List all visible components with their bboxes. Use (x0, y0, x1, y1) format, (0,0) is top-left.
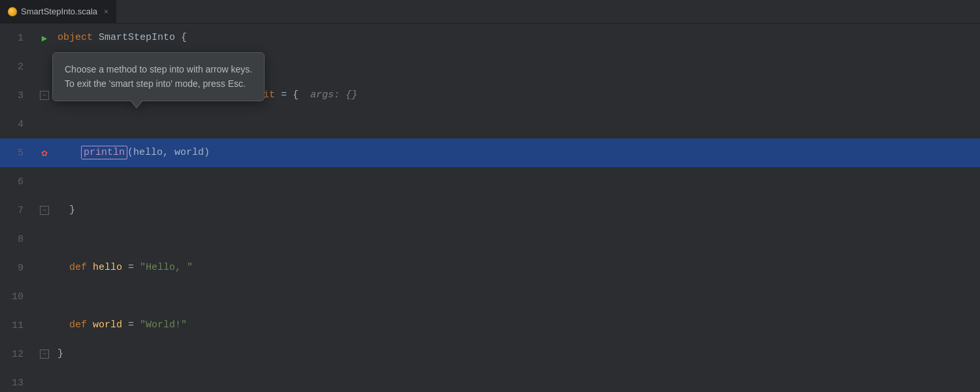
breakpoint-icon[interactable]: ✿ (41, 146, 48, 159)
line-number: 4 (0, 119, 31, 130)
code-token: object (57, 32, 99, 43)
file-tab[interactable]: SmartStepInto.scala × (0, 0, 117, 24)
code-line: 6 (0, 167, 980, 196)
line-content: println(hello, world) (57, 139, 210, 167)
line-content: } (57, 196, 75, 225)
code-token: ( (127, 147, 133, 158)
fold-icon[interactable]: – (40, 91, 49, 100)
line-number: 1 (0, 33, 31, 44)
code-token (57, 147, 81, 158)
code-token: hello (133, 147, 163, 158)
code-token: = (122, 319, 140, 331)
code-line: 13 (0, 368, 980, 392)
line-number: 11 (0, 320, 31, 331)
fold-icon[interactable]: – (40, 350, 49, 359)
code-line: 12–} (0, 340, 980, 368)
fold-gutter: – (31, 206, 57, 215)
line-number: 6 (0, 176, 31, 188)
scala-file-icon (8, 7, 17, 16)
run-gutter: ▶ (31, 33, 57, 44)
line-number: 8 (0, 234, 31, 245)
breakpoint-gutter: ✿ (31, 146, 57, 159)
line-content: def world = "World!" (57, 311, 187, 340)
code-token: def (69, 262, 93, 273)
code-line: 1▶object SmartStepInto { (0, 24, 980, 52)
tab-close-button[interactable]: × (104, 7, 108, 16)
line-number: 10 (0, 291, 31, 302)
code-area: Choose a method to step into with arrow … (0, 24, 980, 392)
code-token: { (175, 32, 187, 43)
code-token: "Hello, " (140, 262, 193, 273)
fold-gutter: – (31, 350, 57, 359)
line-content: def hello = "Hello, " (57, 253, 193, 282)
line-number: 3 (0, 90, 31, 101)
line-number: 12 (0, 349, 31, 360)
line-number: 2 (0, 61, 31, 73)
code-token: , (163, 147, 174, 158)
line-number: 13 (0, 378, 31, 389)
fold-icon[interactable]: – (40, 206, 49, 215)
line-number: 5 (0, 148, 31, 159)
code-token: world (93, 319, 122, 331)
line-number: 7 (0, 205, 31, 216)
code-token: "World!" (140, 319, 187, 331)
code-token: } (57, 348, 63, 359)
code-line: 5✿ println(hello, world) (0, 139, 980, 167)
code-token: = { (275, 90, 310, 101)
code-line: 9 def hello = "Hello, " (0, 253, 980, 282)
code-line: 7– } (0, 196, 980, 225)
code-line: 8 (0, 225, 980, 253)
code-token (57, 262, 69, 273)
code-token: } (57, 204, 75, 216)
tooltip-line2: To exit the 'smart step into' mode, pres… (65, 76, 252, 91)
code-token: println (81, 146, 127, 159)
editor-area: Choose a method to step into with arrow … (0, 24, 980, 392)
smart-step-tooltip: Choose a method to step into with arrow … (52, 52, 265, 101)
line-content: object SmartStepInto { (57, 24, 187, 52)
code-token: world (174, 147, 204, 158)
tab-bar: SmartStepInto.scala × (0, 0, 980, 24)
code-line: 10 (0, 282, 980, 311)
code-token: args: {} (310, 90, 357, 101)
code-token: SmartStepInto (99, 32, 175, 43)
line-content: } (57, 340, 63, 368)
code-token (57, 319, 69, 331)
code-line: 4 (0, 110, 980, 139)
code-token: = (122, 262, 140, 273)
code-token: hello (93, 262, 122, 273)
tooltip-line1: Choose a method to step into with arrow … (65, 62, 252, 76)
line-number: 9 (0, 263, 31, 274)
code-token: ) (204, 147, 210, 158)
code-line: 11 def world = "World!" (0, 311, 980, 340)
tab-label: SmartStepInto.scala (21, 7, 97, 16)
code-token: def (69, 319, 93, 331)
run-icon[interactable]: ▶ (42, 33, 47, 44)
